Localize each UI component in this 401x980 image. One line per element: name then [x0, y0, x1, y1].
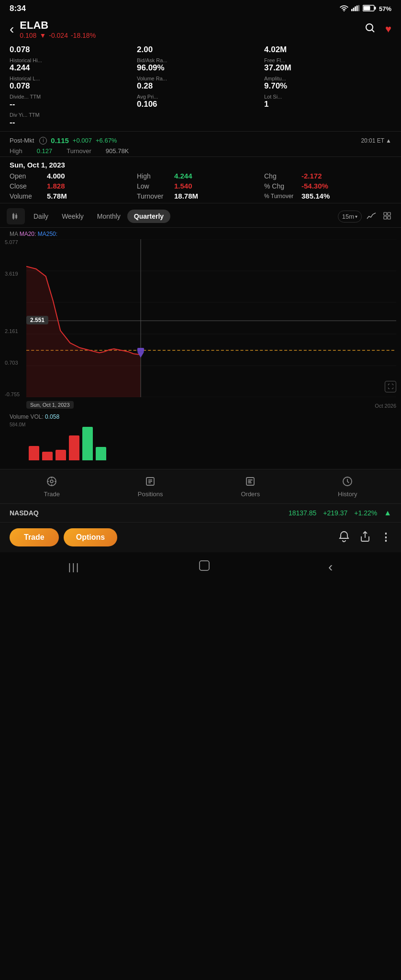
- ohlc-close-value: 1.828: [47, 182, 65, 190]
- trade-button[interactable]: Trade: [10, 528, 59, 546]
- wifi-icon: [340, 5, 348, 13]
- ohlc-turnover: Turnover 18.78M: [137, 192, 264, 200]
- nav-trade-label: Trade: [44, 490, 59, 498]
- vol-label: VOL:: [30, 413, 43, 420]
- vol-bar-6: [96, 447, 106, 460]
- value-amplitude: 9.70%: [264, 81, 391, 91]
- dropdown-arrow-icon: ▾: [355, 214, 357, 219]
- y-label-4: 3.619: [5, 271, 20, 277]
- svg-rect-6: [374, 7, 376, 10]
- down-arrow-icon: ▼: [39, 32, 46, 39]
- label-histlo: Historical L...: [10, 76, 137, 81]
- svg-point-8: [366, 24, 373, 31]
- ma-prefix: MA: [10, 231, 18, 237]
- ohlc-open-value: 4.000: [47, 172, 65, 180]
- label-divyi: Div Yi... TTM: [10, 112, 391, 118]
- header-right: ♥: [364, 22, 391, 36]
- ohlc-turnover-value: 18.78M: [174, 192, 198, 200]
- ohlc-pctchg-value: -54.30%: [301, 182, 328, 190]
- back-button[interactable]: ‹: [10, 22, 14, 37]
- search-icon[interactable]: [364, 22, 376, 36]
- nav-orders[interactable]: Orders: [241, 476, 260, 498]
- timeframe-tabs: Daily Weekly Monthly Quarterly 15m ▾: [0, 203, 401, 228]
- candlestick-toggle-icon[interactable]: [7, 208, 25, 224]
- ohlc-pctchg: % Chg -54.30%: [264, 182, 391, 190]
- metrics-grid: 0.078 2.00 4.02M Historical Hi... 4.244 …: [0, 42, 401, 129]
- svg-rect-13: [15, 215, 17, 218]
- vol-bar-4: [69, 435, 79, 460]
- ohlc-high: High 4.244: [137, 172, 264, 180]
- vol-value: 0.058: [45, 413, 59, 420]
- divider-1: [0, 131, 401, 132]
- ohlc-pctturnover: % Turnover 385.14%: [264, 192, 391, 200]
- heart-icon[interactable]: ♥: [385, 23, 391, 35]
- tab-15m[interactable]: 15m ▾: [338, 211, 362, 223]
- partial-turnover-val: 905.78K: [106, 147, 129, 155]
- post-mkt-change: +0.007: [73, 137, 92, 144]
- ohlc-close: Close 1.828: [10, 182, 137, 190]
- chart-date-left: Sun, Oct 1, 2023: [26, 401, 74, 409]
- post-mkt-time: 20:01 ET ▲: [361, 137, 391, 144]
- system-back-icon[interactable]: ‹: [328, 559, 333, 575]
- bottom-nav: Trade Positions Orders History: [0, 469, 401, 503]
- svg-line-9: [372, 30, 374, 33]
- header: ‹ ELAB 0.108 ▼ -0.024 -18.18% ♥: [0, 15, 401, 42]
- date-row: Sun, Oct 1, 2023: [0, 157, 401, 171]
- value-dividend: --: [10, 100, 137, 109]
- ohlc-low: Low 1.540: [137, 182, 264, 190]
- grid-chart-icon[interactable]: [381, 210, 394, 223]
- orders-icon: [245, 476, 256, 489]
- label-histhi: Historical Hi...: [10, 57, 137, 63]
- metric-histlo: Historical L... 0.078: [10, 76, 137, 91]
- ohlc-volume-value: 5.78M: [47, 192, 67, 200]
- system-menu-icon[interactable]: |||: [68, 562, 80, 573]
- nav-positions[interactable]: Positions: [138, 476, 163, 498]
- svg-point-31: [50, 480, 53, 483]
- vol-bar-5: [82, 427, 93, 460]
- nasdaq-price: 18137.85: [289, 509, 316, 517]
- ticker-sub: 0.108 ▼ -0.024 -18.18%: [20, 32, 96, 39]
- tab-daily[interactable]: Daily: [27, 210, 55, 223]
- ohlc-open-label: Open: [10, 172, 43, 180]
- trade-actions: ⋮: [338, 531, 391, 545]
- system-home-icon[interactable]: [198, 559, 211, 575]
- options-button[interactable]: Options: [64, 528, 117, 546]
- metric-dividend: Divide... TTM --: [10, 94, 137, 109]
- nasdaq-label: NASDAQ: [10, 509, 39, 517]
- post-mkt-arrow: ▲: [386, 137, 391, 144]
- metric-freefloat: Free Fl... 37.20M: [264, 57, 391, 73]
- nav-trade[interactable]: Trade: [44, 476, 59, 498]
- share-icon[interactable]: [359, 531, 371, 545]
- nasdaq-change: +219.37: [323, 509, 347, 517]
- partial-ohlc: High 0.127 Turnover 905.78K: [0, 146, 401, 157]
- history-icon: [342, 476, 353, 489]
- value-avgpri: 0.106: [137, 100, 264, 109]
- line-chart-icon[interactable]: [365, 210, 378, 223]
- ohlc-high-value: 4.244: [174, 172, 192, 180]
- tab-monthly[interactable]: Monthly: [90, 210, 127, 223]
- value-bidask: 96.09%: [137, 63, 264, 73]
- more-icon[interactable]: ⋮: [380, 531, 391, 544]
- ohlc-table: Open 4.000 High 4.244 Chg -2.172 Close 1…: [0, 171, 401, 203]
- metric-avgpri: Avg Pri... 0.106: [137, 94, 264, 109]
- bell-icon[interactable]: [338, 531, 350, 545]
- ticker-name: ELAB: [20, 19, 96, 32]
- signal-icon: [351, 5, 360, 13]
- crosshair-value: 2.551: [30, 317, 45, 323]
- ohlc-pctturnover-value: 385.14%: [301, 192, 330, 200]
- svg-rect-17: [388, 212, 390, 215]
- expand-icon[interactable]: ⛶: [385, 381, 396, 392]
- metric-histhi: Historical Hi... 4.244: [10, 57, 137, 73]
- tab-weekly[interactable]: Weekly: [55, 210, 90, 223]
- system-nav: ||| ‹: [0, 552, 401, 584]
- status-bar: 8:34 57%: [0, 0, 401, 15]
- partial-high-val: 0.127: [37, 147, 53, 155]
- tab-quarterly[interactable]: Quarterly: [127, 210, 170, 223]
- positions-icon: [145, 476, 156, 489]
- battery-icon: [363, 5, 376, 13]
- label-avgpri: Avg Pri...: [137, 94, 264, 100]
- value-lotsi: 1: [264, 100, 391, 109]
- nav-history[interactable]: History: [338, 476, 357, 498]
- label-bidask: Bid/Ask Ra...: [137, 57, 264, 63]
- y-label-2: 2.161: [5, 328, 20, 334]
